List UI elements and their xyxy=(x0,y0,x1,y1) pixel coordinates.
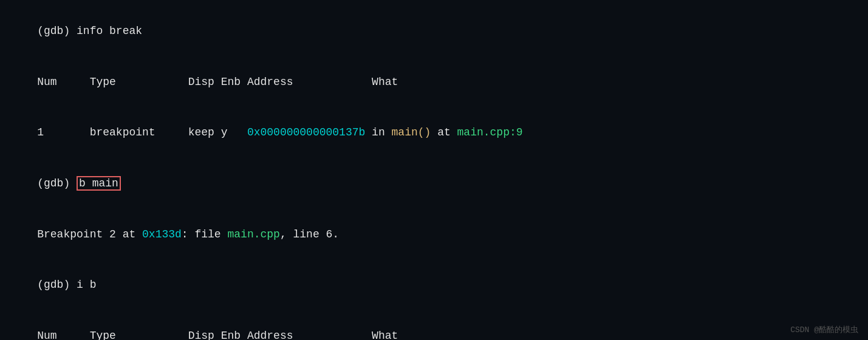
line-cmd-bmain: (gdb) b main xyxy=(11,158,857,209)
line-header-2: Num Type Disp Enb Address What xyxy=(11,311,857,340)
line-header-1: Num Type Disp Enb Address What xyxy=(11,57,857,108)
line-bp-1: 1 breakpoint keep y 0x000000000000137b i… xyxy=(11,107,857,158)
line-cmd-ib: (gdb) i b xyxy=(11,260,857,311)
terminal: (gdb) info break Num Type Disp Enb Addre… xyxy=(0,0,868,340)
line-bp2-msg: Breakpoint 2 at 0x133d: file main.cpp, l… xyxy=(11,209,857,260)
line-gdb-info-break: (gdb) info break xyxy=(11,6,857,57)
watermark: CSDN @酷酷的模虫 xyxy=(790,324,858,335)
